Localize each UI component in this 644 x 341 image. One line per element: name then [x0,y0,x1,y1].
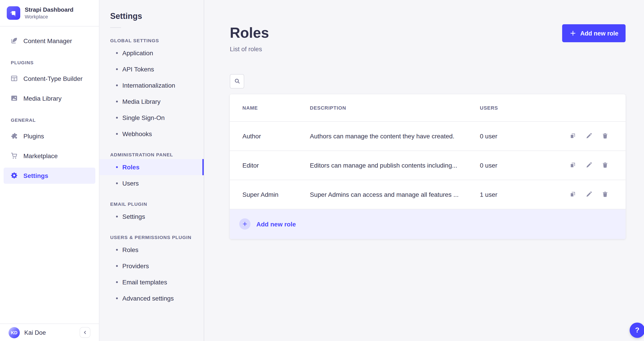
subnav-item-label: Advanced settings [122,295,174,302]
trash-icon [602,133,608,139]
subnav-item-label: Users [122,180,139,187]
sidebar-item-content-type-builder[interactable]: Content-Type Builder [4,70,95,86]
sidebar-item-label: Content-Type Builder [24,75,82,82]
row-actions [556,162,613,169]
subnav-item-email-templates[interactable]: Email templates [100,274,204,290]
sidebar-item-media-library[interactable]: Media Library [4,90,95,106]
bullet-icon [116,84,118,86]
table-row-editor[interactable]: Editor Editors can manage and publish co… [230,150,626,180]
delete-role-button[interactable] [602,133,608,139]
sidebar-item-label: Plugins [24,132,44,139]
main-content: Roles List of roles Add new role [204,0,644,341]
image-icon [10,94,18,102]
sidebar-item-label: Media Library [24,95,62,102]
subnav-item-email-settings[interactable]: Settings [100,208,204,225]
brand-block: Strapi Dashboard Workplace [0,0,99,26]
subnav-section-title: GLOBAL SETTINGS [100,38,204,43]
subnav-section-title: USERS & PERMISSIONS PLUGIN [100,235,204,240]
page-subtitle: List of roles [230,45,269,52]
subnav-item-label: Media Library [122,98,160,105]
duplicate-role-button[interactable] [569,191,576,198]
layout-grid-icon [10,75,18,82]
bullet-icon [116,182,118,184]
plus-icon [569,30,576,37]
pencil-icon [586,133,592,139]
settings-subnav: Settings GLOBAL SETTINGS Application API… [100,0,204,341]
subnav-item-advanced-settings[interactable]: Advanced settings [100,290,204,307]
search-button[interactable] [230,74,244,88]
column-header-description: DESCRIPTION [310,105,480,110]
subnav-item-label: Application [122,49,153,57]
subnav-item-label: Single Sign-On [122,114,164,121]
bullet-icon [116,68,118,70]
bullet-icon [116,101,118,102]
edit-role-button[interactable] [586,162,592,169]
subnav-item-label: Email templates [122,279,167,286]
role-users-count: 1 user [480,191,556,198]
duplicate-role-button[interactable] [569,133,576,139]
sidebar-item-label: Settings [24,172,48,179]
main-sidebar: Strapi Dashboard Workplace Content Manag… [0,0,100,341]
table-footer-add-role[interactable]: Add new role [230,209,626,239]
trash-icon [602,191,608,198]
table-row-super-admin[interactable]: Super Admin Super Admins can access and … [230,180,626,209]
subnav-section-title: ADMINISTRATION PANEL [100,152,204,157]
bullet-icon [116,249,118,251]
avatar[interactable]: KD [8,327,20,338]
chevron-left-icon [82,330,88,335]
sidebar-item-label: Marketplace [24,152,58,159]
footer-add-role-label: Add new role [256,221,296,228]
sidebar-item-plugins[interactable]: Plugins [4,128,95,144]
role-name: Author [242,133,310,140]
bullet-icon [116,166,118,168]
bullet-icon [116,298,118,299]
subnav-item-webhooks[interactable]: Webhooks [100,126,204,142]
help-button[interactable]: ? [630,323,644,338]
edit-role-button[interactable] [586,133,592,139]
subnav-item-internationalization[interactable]: Internationalization [100,77,204,93]
delete-role-button[interactable] [602,162,608,169]
nav-section-plugins: PLUGINS [4,59,95,65]
subnav-item-single-sign-on[interactable]: Single Sign-On [100,110,204,126]
subnav-item-media-library[interactable]: Media Library [100,93,204,110]
subnav-section-email-plugin: EMAIL PLUGIN Settings [100,201,204,225]
duplicate-role-button[interactable] [569,162,576,169]
column-header-users: USERS [480,105,556,110]
subnav-item-label: Webhooks [122,130,152,137]
subnav-item-users[interactable]: Users [100,175,204,191]
role-description: Editors can manage and publish contents … [310,162,480,169]
subnav-item-application[interactable]: Application [100,45,204,61]
pencil-icon [586,191,592,198]
app-title: Strapi Dashboard [25,6,74,14]
subnav-item-label: Roles [122,164,140,171]
brand-text: Strapi Dashboard Workplace [25,6,74,20]
search-icon [234,78,240,85]
subnav-item-roles-up[interactable]: Roles [100,242,204,258]
edit-role-button[interactable] [586,191,592,198]
delete-role-button[interactable] [602,191,608,198]
row-actions [556,133,613,139]
sidebar-item-settings[interactable]: Settings [4,167,95,184]
subnav-item-providers[interactable]: Providers [100,258,204,274]
bullet-icon [116,52,118,54]
subnav-divider [110,27,121,28]
subnav-item-roles-admin[interactable]: Roles [100,159,204,175]
sidebar-item-label: Content Manager [24,37,72,44]
workspace-name: Workplace [25,14,74,20]
roles-table: NAME DESCRIPTION USERS Author Authors ca… [230,94,626,239]
page-header: Roles List of roles Add new role [230,25,626,52]
subnav-item-label: API Tokens [122,66,154,73]
bullet-icon [116,133,118,135]
add-new-role-button[interactable]: Add new role [562,24,626,42]
collapse-sidebar-button[interactable] [80,327,90,338]
sidebar-footer: KD Kai Doe [0,324,99,341]
copy-icon [569,162,576,169]
subnav-item-label: Roles [122,246,138,253]
sidebar-item-marketplace[interactable]: Marketplace [4,148,95,164]
user-name: Kai Doe [24,329,75,336]
subnav-item-api-tokens[interactable]: API Tokens [100,61,204,77]
gear-icon [10,172,18,179]
table-row-author[interactable]: Author Authors can manage the content th… [230,121,626,150]
sidebar-item-content-manager[interactable]: Content Manager [4,32,95,49]
subnav-item-label: Providers [122,262,149,270]
